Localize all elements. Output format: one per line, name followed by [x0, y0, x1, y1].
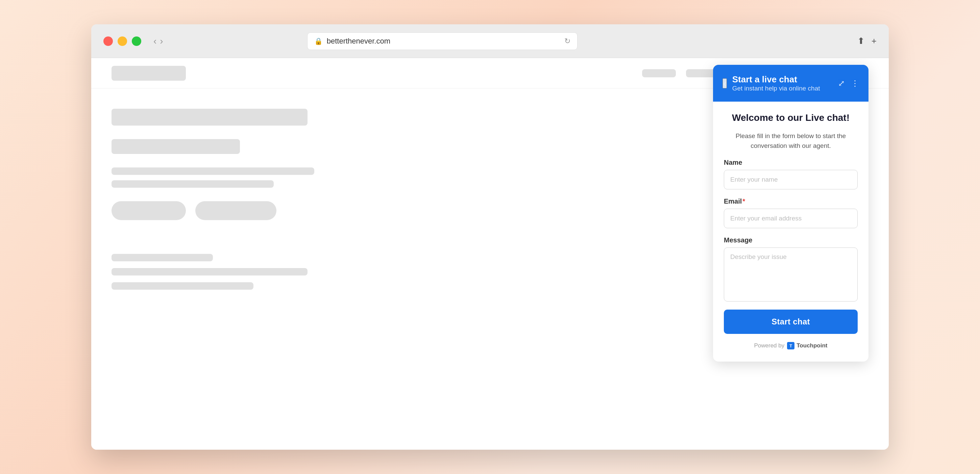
chat-header-text: Start a live chat Get instant help via o…: [732, 74, 833, 92]
message-label: Message: [724, 236, 858, 244]
forward-arrow[interactable]: ›: [160, 36, 163, 46]
chat-more-icon[interactable]: ⋮: [851, 79, 859, 88]
close-button[interactable]: [103, 36, 113, 46]
message-textarea[interactable]: [724, 247, 858, 301]
chat-body: Welcome to our Live chat! Please fill in…: [713, 101, 869, 361]
share-icon[interactable]: ⬆: [858, 36, 865, 46]
url-display: betterthenever.com: [327, 37, 390, 46]
chat-subtitle: Get instant help via online chat: [732, 85, 833, 92]
email-label: Email*: [724, 198, 858, 205]
touchpoint-brand-name: Touchpoint: [797, 342, 827, 349]
name-input[interactable]: [724, 170, 858, 189]
start-chat-button[interactable]: Start chat: [724, 309, 858, 334]
name-form-group: Name: [724, 159, 858, 189]
skeleton-button: [195, 201, 277, 220]
reload-icon[interactable]: ↻: [564, 37, 570, 46]
chat-panel: ‹ Start a live chat Get instant help via…: [713, 65, 869, 361]
traffic-lights: [103, 36, 141, 46]
name-label: Name: [724, 159, 858, 166]
skeleton-block: [111, 109, 307, 125]
skeleton-text: [111, 282, 253, 290]
minimize-button[interactable]: [118, 36, 127, 46]
skeleton-text: [111, 268, 307, 276]
message-form-group: Message: [724, 236, 858, 301]
nav-logo: [111, 66, 186, 81]
chat-expand-icon[interactable]: ⤢: [838, 79, 845, 88]
touchpoint-logo: T Touchpoint: [787, 342, 827, 349]
nav-arrows: ‹ ›: [153, 36, 163, 46]
powered-by: Powered by T Touchpoint: [724, 342, 858, 352]
chat-widget: ‹ Start a live chat Get instant help via…: [706, 58, 869, 450]
browser-content: ‹ Start a live chat Get instant help via…: [91, 58, 889, 450]
skeleton-button: [111, 201, 186, 220]
nav-link[interactable]: [642, 69, 676, 77]
skeleton-text: [111, 168, 314, 175]
maximize-button[interactable]: [132, 36, 141, 46]
chat-welcome-text: Please fill in the form below to start t…: [724, 132, 858, 151]
skeleton-text: [111, 180, 274, 188]
browser-actions: ⬆ +: [858, 36, 877, 46]
browser-window: ‹ › 🔒 betterthenever.com ↻ ⬆ +: [91, 24, 889, 450]
chat-header: ‹ Start a live chat Get instant help via…: [713, 65, 869, 101]
email-form-group: Email*: [724, 198, 858, 228]
chat-back-button[interactable]: ‹: [722, 78, 727, 89]
lock-icon: 🔒: [314, 37, 323, 45]
skeleton-text: [111, 254, 213, 261]
new-tab-icon[interactable]: +: [872, 36, 877, 46]
back-arrow[interactable]: ‹: [153, 36, 156, 46]
touchpoint-icon: T: [787, 342, 794, 349]
chat-welcome-title: Welcome to our Live chat!: [724, 113, 858, 123]
powered-by-text: Powered by: [754, 342, 784, 349]
chat-header-actions: ⤢ ⋮: [838, 79, 859, 88]
browser-toolbar: ‹ › 🔒 betterthenever.com ↻ ⬆ +: [91, 24, 889, 58]
skeleton-block: [111, 139, 240, 154]
email-input[interactable]: [724, 209, 858, 228]
chat-title: Start a live chat: [732, 74, 833, 85]
address-bar[interactable]: 🔒 betterthenever.com ↻: [307, 32, 578, 50]
required-marker: *: [743, 198, 745, 205]
